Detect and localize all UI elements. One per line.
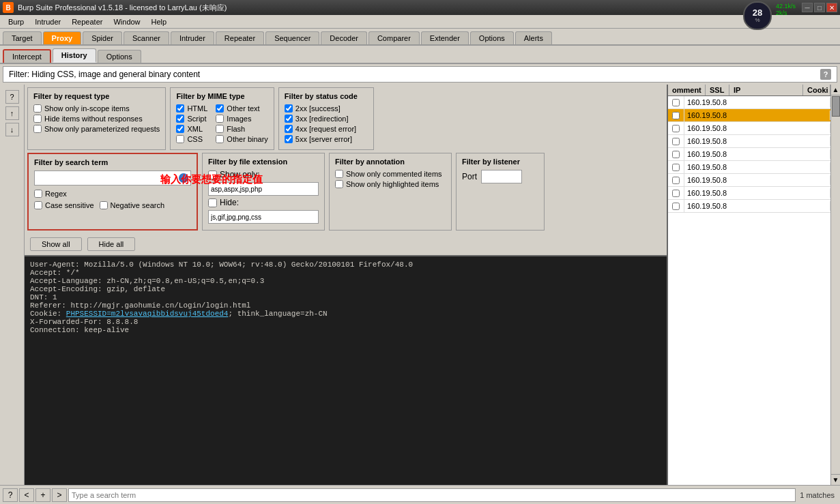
show-only-ext-input[interactable]	[208, 182, 319, 196]
css-checkbox[interactable]	[176, 135, 184, 143]
noresponse-checkbox[interactable]	[33, 115, 42, 123]
ip-row-3[interactable]: 160.19.50.8	[668, 135, 830, 148]
ip-row-0[interactable]: 160.19.50.8	[668, 96, 830, 109]
filter-2xx: 2xx [success]	[285, 104, 368, 113]
tab-proxy[interactable]: Proxy	[43, 31, 82, 44]
inscope-checkbox[interactable]	[33, 104, 42, 113]
ip-checkbox-6[interactable]	[672, 177, 680, 184]
ip-checkbox-5[interactable]	[672, 164, 680, 171]
images-checkbox[interactable]	[216, 115, 224, 123]
ip-checkbox-2[interactable]	[672, 125, 680, 132]
tab-spider[interactable]: Spider	[83, 31, 122, 44]
regex-checkbox[interactable]	[34, 190, 42, 198]
html-checkbox[interactable]	[176, 104, 184, 113]
help-left-btn[interactable]: ?	[5, 90, 19, 104]
tab-sequencer[interactable]: Sequencer	[265, 31, 319, 44]
ip-row-8-val: 160.19.50.8	[684, 201, 830, 211]
nav-down-btn[interactable]: ↓	[5, 123, 19, 136]
port-input[interactable]	[481, 170, 522, 183]
ip-checkbox-4[interactable]	[672, 151, 680, 158]
ip-checkbox-0[interactable]	[672, 99, 680, 106]
tab-options[interactable]: Options	[470, 31, 514, 44]
5xx-checkbox[interactable]	[285, 135, 293, 143]
show-all-btn[interactable]: Show all	[30, 237, 82, 251]
nav-up-btn[interactable]: ↑	[5, 106, 19, 120]
show-only-ext-checkbox[interactable]	[208, 171, 217, 179]
ip-row-6[interactable]: 160.19.50.8	[668, 174, 830, 187]
next-btn[interactable]: >	[52, 488, 67, 502]
sub-tab-intercept[interactable]: Intercept	[3, 49, 51, 63]
ip-row-6-val: 160.19.50.8	[684, 175, 830, 185]
otherbinary-checkbox[interactable]	[216, 135, 224, 143]
matches-count: 1 matches	[797, 491, 837, 499]
prev-btn[interactable]: <	[19, 488, 34, 502]
tab-alerts[interactable]: Alerts	[515, 31, 552, 44]
ip-checkbox-8[interactable]	[672, 203, 680, 210]
ip-rows-container: 160.19.50.8 160.19.50.8 160.19.50.8 160.…	[668, 96, 830, 485]
inscope-label: Show only in-scope items	[44, 104, 130, 113]
minimize-btn[interactable]: ─	[802, 3, 813, 12]
negative-checkbox[interactable]	[100, 201, 108, 209]
close-btn[interactable]: ✕	[826, 3, 837, 12]
tab-extender[interactable]: Extender	[421, 31, 469, 44]
tab-intruder[interactable]: Intruder	[171, 31, 214, 44]
help-btn[interactable]: ?	[3, 488, 18, 502]
tab-comparer[interactable]: Comparer	[368, 31, 420, 44]
filter-request-type-title: Filter by request type	[33, 92, 160, 100]
3xx-checkbox[interactable]	[285, 115, 293, 123]
hide-ext-input[interactable]	[208, 210, 319, 224]
ip-row-4-val: 160.19.50.8	[684, 149, 830, 159]
tab-repeater[interactable]: Repeater	[216, 31, 264, 44]
commented-checkbox[interactable]	[335, 170, 343, 178]
filter-help-btn[interactable]: ?	[820, 69, 831, 80]
tab-target[interactable]: Target	[3, 31, 42, 44]
ip-row-7[interactable]: 160.19.50.8	[668, 187, 830, 200]
ip-checkbox-1[interactable]	[672, 112, 680, 119]
filter-noresponse: Hide items without responses	[33, 115, 160, 123]
menu-burp[interactable]: Burp	[3, 16, 29, 27]
request-line-4: Accept-Encoding: gzip, deflate	[30, 285, 661, 293]
menu-intruder[interactable]: Intruder	[29, 16, 66, 27]
ip-checkbox-3[interactable]	[672, 138, 680, 145]
othertext-checkbox[interactable]	[216, 104, 224, 113]
xml-checkbox[interactable]	[176, 125, 184, 133]
ip-row-2[interactable]: 160.19.50.8	[668, 122, 830, 135]
tab-decoder[interactable]: Decoder	[321, 31, 367, 44]
sub-tab-options[interactable]: Options	[98, 50, 141, 63]
html-label: HTML	[187, 104, 207, 113]
scroll-up-btn[interactable]: ▲	[831, 85, 840, 95]
4xx-checkbox[interactable]	[285, 125, 293, 133]
hide-all-btn[interactable]: Hide all	[87, 237, 136, 251]
highlighted-checkbox[interactable]	[335, 180, 343, 188]
2xx-checkbox[interactable]	[285, 104, 293, 113]
cookie-link[interactable]: PHPSESSID=m2lvsavaqibbidsvuj45tdoed4	[66, 310, 229, 318]
ip-row-5-chk	[668, 161, 684, 173]
request-line-7: Cookie: PHPSESSID=m2lvsavaqibbidsvuj45td…	[30, 310, 661, 318]
ip-row-8[interactable]: 160.19.50.8	[668, 200, 830, 213]
vert-scrollbar[interactable]: ▲ ▼	[830, 85, 840, 485]
flash-checkbox[interactable]	[216, 125, 224, 133]
ip-checkbox-7[interactable]	[672, 190, 680, 197]
main-content: ? ↑ ↓ Filter by request type	[0, 85, 840, 485]
ip-row-2-chk	[668, 122, 684, 134]
scroll-thumb[interactable]	[832, 96, 840, 117]
case-checkbox[interactable]	[34, 201, 42, 209]
filter-bar[interactable]: Filter: Hiding CSS, image and general bi…	[3, 66, 837, 83]
add-btn[interactable]: +	[35, 488, 50, 502]
menu-repeater[interactable]: Repeater	[66, 16, 108, 27]
search-term-input[interactable]	[34, 171, 191, 186]
tab-scanner[interactable]: Scanner	[124, 31, 169, 44]
parameterized-label: Show only parameterized requests	[44, 125, 160, 133]
parameterized-checkbox[interactable]	[33, 125, 42, 133]
scroll-down-btn[interactable]: ▼	[831, 474, 840, 485]
ip-row-5[interactable]: 160.19.50.8	[668, 161, 830, 174]
sub-tab-history[interactable]: History	[53, 48, 96, 63]
script-checkbox[interactable]	[176, 115, 184, 123]
maximize-btn[interactable]: □	[814, 3, 825, 12]
bottom-search-input[interactable]	[68, 488, 796, 502]
ip-row-4[interactable]: 160.19.50.8	[668, 148, 830, 161]
hide-ext-checkbox[interactable]	[208, 198, 217, 207]
ip-row-1[interactable]: 160.19.50.8	[668, 109, 830, 122]
menu-help[interactable]: Help	[146, 16, 173, 27]
menu-window[interactable]: Window	[108, 16, 145, 27]
